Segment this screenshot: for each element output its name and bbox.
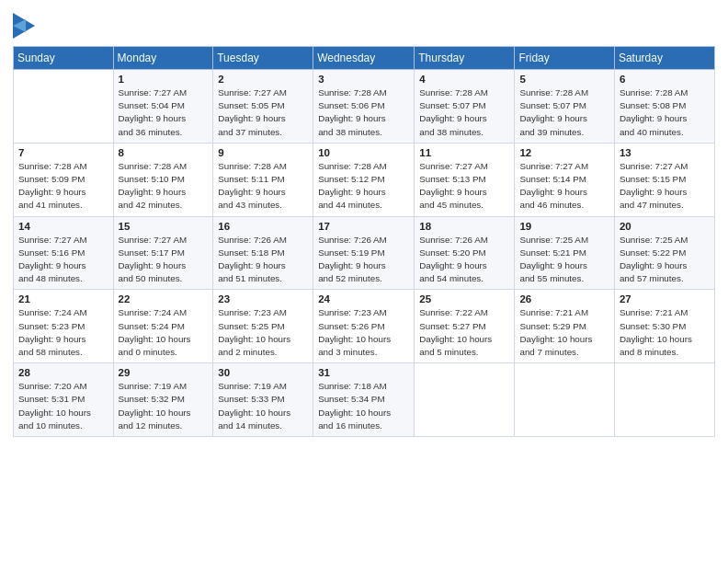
calendar-cell: 21Sunrise: 7:24 AM Sunset: 5:23 PM Dayli… [14,290,114,363]
day-number: 11 [419,147,510,158]
weekday-header-thursday: Thursday [415,47,515,70]
day-number: 22 [119,293,210,304]
day-info: Sunrise: 7:28 AM Sunset: 5:07 PM Dayligh… [419,86,510,139]
calendar-header: SundayMondayTuesdayWednesdayThursdayFrid… [14,47,715,70]
calendar-cell: 17Sunrise: 7:26 AM Sunset: 5:19 PM Dayli… [313,216,415,290]
calendar-week-row: 7Sunrise: 7:28 AM Sunset: 5:09 PM Daylig… [14,143,715,216]
day-number: 15 [119,221,210,232]
day-info: Sunrise: 7:28 AM Sunset: 5:11 PM Dayligh… [218,160,309,213]
day-number: 5 [519,74,609,85]
calendar-cell: 18Sunrise: 7:26 AM Sunset: 5:20 PM Dayli… [415,216,515,290]
calendar-week-row: 14Sunrise: 7:27 AM Sunset: 5:16 PM Dayli… [14,216,715,290]
calendar-cell: 5Sunrise: 7:28 AM Sunset: 5:07 PM Daylig… [515,70,614,144]
day-number: 16 [218,221,309,232]
day-info: Sunrise: 7:23 AM Sunset: 5:25 PM Dayligh… [218,306,309,359]
day-number: 2 [218,74,309,85]
day-number: 27 [620,293,711,304]
calendar-body: 1Sunrise: 7:27 AM Sunset: 5:04 PM Daylig… [14,70,715,437]
day-info: Sunrise: 7:28 AM Sunset: 5:06 PM Dayligh… [318,86,410,139]
calendar-cell: 19Sunrise: 7:25 AM Sunset: 5:21 PM Dayli… [515,216,614,290]
calendar-cell [614,363,714,437]
day-info: Sunrise: 7:26 AM Sunset: 5:18 PM Dayligh… [218,234,309,286]
day-info: Sunrise: 7:24 AM Sunset: 5:23 PM Dayligh… [18,306,109,359]
calendar-cell: 7Sunrise: 7:28 AM Sunset: 5:09 PM Daylig… [14,143,114,216]
day-number: 3 [318,74,410,85]
day-number: 25 [419,293,510,304]
calendar-cell: 12Sunrise: 7:27 AM Sunset: 5:14 PM Dayli… [515,143,614,216]
calendar-cell [415,363,515,437]
day-number: 24 [318,293,410,304]
day-info: Sunrise: 7:27 AM Sunset: 5:16 PM Dayligh… [18,234,109,286]
calendar-cell: 11Sunrise: 7:27 AM Sunset: 5:13 PM Dayli… [415,143,515,216]
day-info: Sunrise: 7:18 AM Sunset: 5:34 PM Dayligh… [318,380,410,432]
day-info: Sunrise: 7:26 AM Sunset: 5:19 PM Dayligh… [318,234,410,286]
calendar-cell: 27Sunrise: 7:21 AM Sunset: 5:30 PM Dayli… [614,290,714,363]
calendar-cell: 8Sunrise: 7:28 AM Sunset: 5:10 PM Daylig… [113,143,213,216]
weekday-header-friday: Friday [515,47,614,70]
calendar-cell: 31Sunrise: 7:18 AM Sunset: 5:34 PM Dayli… [313,363,415,437]
day-number: 6 [620,74,711,85]
day-number: 21 [18,293,109,304]
day-info: Sunrise: 7:27 AM Sunset: 5:05 PM Dayligh… [218,86,309,139]
calendar-cell: 10Sunrise: 7:28 AM Sunset: 5:12 PM Dayli… [313,143,415,216]
day-info: Sunrise: 7:27 AM Sunset: 5:17 PM Dayligh… [119,234,210,286]
day-number: 9 [218,147,309,158]
calendar-cell: 28Sunrise: 7:20 AM Sunset: 5:31 PM Dayli… [14,363,114,437]
calendar-cell: 23Sunrise: 7:23 AM Sunset: 5:25 PM Dayli… [213,290,313,363]
day-number: 8 [119,147,210,158]
day-info: Sunrise: 7:27 AM Sunset: 5:04 PM Dayligh… [119,86,210,139]
calendar-cell: 26Sunrise: 7:21 AM Sunset: 5:29 PM Dayli… [515,290,614,363]
day-number: 17 [318,221,410,232]
day-info: Sunrise: 7:25 AM Sunset: 5:21 PM Dayligh… [519,234,609,286]
day-number: 29 [119,367,210,378]
day-number: 13 [620,147,711,158]
day-number: 30 [218,367,309,378]
day-number: 19 [519,221,609,232]
day-number: 23 [218,293,309,304]
calendar-week-row: 1Sunrise: 7:27 AM Sunset: 5:04 PM Daylig… [14,70,715,144]
day-number: 31 [318,367,410,378]
weekday-header-saturday: Saturday [614,47,714,70]
weekday-header-monday: Monday [113,47,213,70]
day-info: Sunrise: 7:27 AM Sunset: 5:13 PM Dayligh… [419,160,510,213]
day-info: Sunrise: 7:27 AM Sunset: 5:14 PM Dayligh… [519,160,609,213]
weekday-header-tuesday: Tuesday [213,47,313,70]
calendar-cell: 25Sunrise: 7:22 AM Sunset: 5:27 PM Dayli… [415,290,515,363]
day-info: Sunrise: 7:19 AM Sunset: 5:32 PM Dayligh… [119,380,210,432]
day-number: 1 [119,74,210,85]
calendar-cell [14,70,114,144]
calendar-cell: 22Sunrise: 7:24 AM Sunset: 5:24 PM Dayli… [113,290,213,363]
calendar-cell: 4Sunrise: 7:28 AM Sunset: 5:07 PM Daylig… [415,70,515,144]
day-number: 26 [519,293,609,304]
day-info: Sunrise: 7:28 AM Sunset: 5:12 PM Dayligh… [318,160,410,213]
day-info: Sunrise: 7:26 AM Sunset: 5:20 PM Dayligh… [419,234,510,286]
day-info: Sunrise: 7:28 AM Sunset: 5:07 PM Dayligh… [519,86,609,139]
calendar-cell: 30Sunrise: 7:19 AM Sunset: 5:33 PM Dayli… [213,363,313,437]
calendar-cell: 14Sunrise: 7:27 AM Sunset: 5:16 PM Dayli… [14,216,114,290]
day-number: 20 [620,221,711,232]
calendar-cell: 1Sunrise: 7:27 AM Sunset: 5:04 PM Daylig… [113,70,213,144]
day-number: 14 [18,221,109,232]
calendar-cell: 2Sunrise: 7:27 AM Sunset: 5:05 PM Daylig… [213,70,313,144]
day-info: Sunrise: 7:28 AM Sunset: 5:09 PM Dayligh… [18,160,109,213]
weekday-header-row: SundayMondayTuesdayWednesdayThursdayFrid… [14,47,715,70]
day-number: 4 [419,74,510,85]
calendar-cell: 9Sunrise: 7:28 AM Sunset: 5:11 PM Daylig… [213,143,313,216]
calendar-week-row: 28Sunrise: 7:20 AM Sunset: 5:31 PM Dayli… [14,363,715,437]
day-number: 7 [18,147,109,158]
calendar-table: SundayMondayTuesdayWednesdayThursdayFrid… [13,46,715,437]
calendar-cell: 29Sunrise: 7:19 AM Sunset: 5:32 PM Dayli… [113,363,213,437]
day-info: Sunrise: 7:25 AM Sunset: 5:22 PM Dayligh… [620,234,711,286]
calendar-cell: 15Sunrise: 7:27 AM Sunset: 5:17 PM Dayli… [113,216,213,290]
calendar-cell [515,363,614,437]
calendar-cell: 13Sunrise: 7:27 AM Sunset: 5:15 PM Dayli… [614,143,714,216]
calendar-cell: 16Sunrise: 7:26 AM Sunset: 5:18 PM Dayli… [213,216,313,290]
calendar-cell: 20Sunrise: 7:25 AM Sunset: 5:22 PM Dayli… [614,216,714,290]
weekday-header-wednesday: Wednesday [313,47,415,70]
day-number: 12 [519,147,609,158]
day-number: 28 [18,367,109,378]
day-info: Sunrise: 7:20 AM Sunset: 5:31 PM Dayligh… [18,380,109,432]
day-number: 10 [318,147,410,158]
header [13,9,715,39]
day-info: Sunrise: 7:19 AM Sunset: 5:33 PM Dayligh… [218,380,309,432]
